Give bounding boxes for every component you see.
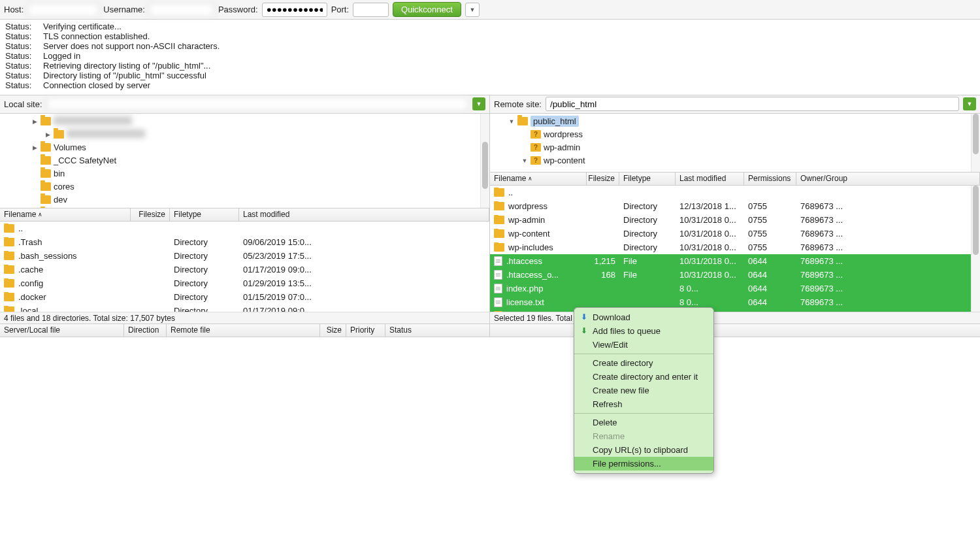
menu-create-file[interactable]: Create new file xyxy=(574,384,713,397)
file-row[interactable]: license.txt8 0...06447689673 ... xyxy=(490,295,980,309)
remote-list-scrollbar[interactable] xyxy=(971,186,980,312)
file-name: wp-content xyxy=(508,229,550,239)
remote-file-columns: Filename∧ Filesize Filetype Last modifie… xyxy=(490,173,980,186)
file-row[interactable]: .dockerDirectory01/15/2019 07:0... xyxy=(0,290,489,304)
menu-create-directory-enter[interactable]: Create directory and enter it xyxy=(574,370,713,384)
local-col-filetype[interactable]: Filetype xyxy=(170,208,239,221)
remote-site-dropdown[interactable]: ▼ xyxy=(963,97,976,110)
queue-col-direction[interactable]: Direction xyxy=(124,324,167,337)
status-message: TLS connection established. xyxy=(43,32,150,42)
status-log: Status:Verifying certificate...Status:TL… xyxy=(0,20,980,95)
tree-item-label: _CCC SafetyNet xyxy=(54,156,116,165)
tree-item[interactable]: bin xyxy=(0,167,489,180)
menu-copy-url[interactable]: Copy URL(s) to clipboard xyxy=(574,443,713,457)
menu-delete[interactable]: Delete xyxy=(574,416,713,429)
queue-col-remotefile[interactable]: Remote file xyxy=(167,324,320,337)
tree-item[interactable]: cores xyxy=(0,180,489,193)
file-modified: 01/29/2019 13:5... xyxy=(239,278,489,288)
file-row[interactable]: readme.html8 0...06447689673 ... xyxy=(490,309,980,312)
remote-col-filename[interactable]: Filename∧ xyxy=(490,173,587,185)
tree-item[interactable]: ▶ xyxy=(0,128,489,141)
file-owner: 7689673 ... xyxy=(796,215,980,225)
menu-view-edit[interactable]: View/Edit xyxy=(574,338,713,352)
remote-col-owner[interactable]: Owner/Group xyxy=(796,173,980,185)
file-row[interactable]: .htaccess_o...168File10/31/2018 0...0644… xyxy=(490,268,980,282)
remote-file-list[interactable]: ..wordpressDirectory12/13/2018 1...07557… xyxy=(490,186,980,312)
file-row[interactable]: .cacheDirectory01/17/2019 09:0... xyxy=(0,263,489,276)
file-row[interactable]: wordpressDirectory12/13/2018 1...0755768… xyxy=(490,199,980,213)
tree-item[interactable]: dev xyxy=(0,193,489,207)
file-owner: 7689673 ... xyxy=(796,242,980,252)
menu-separator xyxy=(574,354,713,354)
file-row[interactable]: .TrashDirectory09/06/2019 15:0... xyxy=(0,235,489,249)
tree-item[interactable]: ?wp-admin xyxy=(490,141,980,154)
file-permissions: 0755 xyxy=(744,201,796,211)
file-row[interactable]: .bash_sessionsDirectory05/23/2019 17:5..… xyxy=(0,249,489,263)
file-type: File xyxy=(619,256,676,266)
file-row[interactable]: .localDirectory01/17/2019 09:0... xyxy=(0,304,489,312)
expand-icon[interactable]: ▶ xyxy=(44,131,51,138)
remote-col-lastmod[interactable]: Last modified xyxy=(676,173,744,185)
file-row[interactable]: wp-adminDirectory10/31/2018 0...07557689… xyxy=(490,213,980,227)
file-row[interactable]: .htaccess1,215File10/31/2018 0...0644768… xyxy=(490,254,980,268)
expand-icon[interactable]: ▶ xyxy=(31,118,38,125)
file-name: .. xyxy=(18,224,23,233)
tree-item[interactable]: ▼public_html xyxy=(490,115,980,128)
folder-icon xyxy=(494,216,504,224)
menu-rename: Rename xyxy=(574,429,713,443)
queue-col-status[interactable]: Status xyxy=(385,324,490,337)
local-site-dropdown[interactable]: ▼ xyxy=(472,97,485,110)
quickconnect-history-dropdown[interactable]: ▼ xyxy=(465,3,480,17)
tree-item[interactable]: ▼?wp-content xyxy=(490,154,980,167)
file-permissions: 0644 xyxy=(744,284,796,293)
tree-item[interactable]: ?wordpress xyxy=(490,128,980,141)
port-input[interactable] xyxy=(353,3,389,17)
remote-col-permissions[interactable]: Permissions xyxy=(744,173,796,185)
file-row[interactable]: wp-includesDirectory10/31/2018 0...07557… xyxy=(490,240,980,254)
menu-create-directory[interactable]: Create directory xyxy=(574,356,713,370)
file-row[interactable]: .configDirectory01/29/2019 13:5... xyxy=(0,276,489,290)
file-row[interactable]: index.php8 0...06447689673 ... xyxy=(490,282,980,295)
file-row[interactable]: wp-contentDirectory10/31/2018 0...075576… xyxy=(490,227,980,240)
queue-col-size[interactable]: Size xyxy=(320,324,346,337)
expand-icon[interactable]: ▶ xyxy=(31,144,38,151)
remote-tree-scrollbar[interactable] xyxy=(971,114,980,172)
local-directory-tree[interactable]: ▶▶▶Volumes_CCC SafetyNetbincoresdevetc xyxy=(0,114,489,208)
file-name: .cache xyxy=(18,265,43,274)
menu-download[interactable]: ⬇Download xyxy=(574,310,713,324)
queue-body[interactable] xyxy=(0,337,980,547)
remote-col-filetype[interactable]: Filetype xyxy=(619,173,676,185)
menu-file-permissions[interactable]: File permissions... xyxy=(574,457,713,471)
remote-site-path-input[interactable] xyxy=(546,97,959,111)
password-input[interactable] xyxy=(262,3,327,17)
expand-icon[interactable]: ▼ xyxy=(521,157,528,164)
queue-col-priority[interactable]: Priority xyxy=(346,324,385,337)
remote-col-filesize[interactable]: Filesize xyxy=(587,173,619,185)
local-col-filesize[interactable]: Filesize xyxy=(131,208,170,221)
folder-icon xyxy=(4,238,14,246)
file-row[interactable]: .. xyxy=(0,222,489,235)
local-status-strip: 4 files and 18 directories. Total size: … xyxy=(0,312,489,323)
tree-item[interactable]: ▶ xyxy=(0,115,489,128)
host-input[interactable] xyxy=(27,3,99,17)
menu-refresh[interactable]: Refresh xyxy=(574,397,713,411)
local-tree-scrollbar[interactable] xyxy=(480,114,489,208)
quickconnect-button[interactable]: Quickconnect xyxy=(393,2,461,17)
menu-add-to-queue[interactable]: ⬇Add files to queue xyxy=(574,324,713,338)
file-name: readme.html xyxy=(506,311,553,312)
tree-item-label xyxy=(54,116,132,127)
file-owner: 7689673 ... xyxy=(796,284,980,293)
tree-item[interactable]: _CCC SafetyNet xyxy=(0,154,489,167)
expand-icon[interactable]: ▼ xyxy=(508,118,515,125)
local-site-path-input[interactable] xyxy=(46,97,468,111)
tree-item[interactable]: etc xyxy=(0,207,489,208)
local-col-filename[interactable]: Filename∧ xyxy=(0,208,131,221)
file-row[interactable]: .. xyxy=(490,186,980,199)
local-col-lastmod[interactable]: Last modified xyxy=(239,208,489,221)
local-file-list[interactable]: ...TrashDirectory09/06/2019 15:0....bash… xyxy=(0,222,489,312)
tree-item[interactable]: ▶Volumes xyxy=(0,141,489,154)
queue-col-serverfile[interactable]: Server/Local file xyxy=(0,324,124,337)
username-input[interactable] xyxy=(149,3,214,17)
remote-directory-tree[interactable]: ▼public_html?wordpress?wp-admin▼?wp-cont… xyxy=(490,114,980,173)
local-file-columns: Filename∧ Filesize Filetype Last modifie… xyxy=(0,208,489,222)
